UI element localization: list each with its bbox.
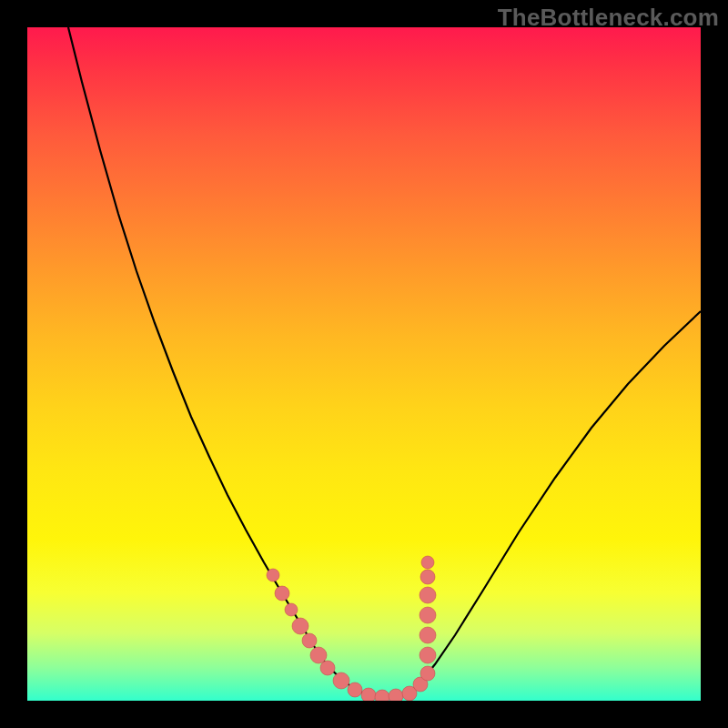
chart-frame: TheBottleneck.com [0,0,728,728]
curve-group [68,27,701,697]
chart-svg [27,27,701,701]
data-marker [310,647,327,663]
data-marker [421,556,434,569]
data-marker [348,682,362,697]
data-marker [285,603,298,616]
data-marker [333,672,349,689]
data-markers [267,556,436,701]
data-marker [292,618,308,634]
data-marker [302,633,317,648]
data-marker [420,587,436,603]
watermark-label: TheBottleneck.com [498,4,719,32]
data-marker [375,690,389,701]
data-marker [320,661,335,675]
data-marker [361,688,376,701]
data-marker [275,586,289,601]
data-marker [420,647,436,663]
data-marker [420,607,436,623]
data-marker [420,627,436,643]
data-marker [389,689,403,701]
chart-gradient-area [27,27,701,701]
data-marker [267,569,279,581]
data-marker [420,666,435,681]
curve-right-branch [410,311,701,693]
curve-left-branch [68,27,364,693]
data-marker [420,570,435,584]
